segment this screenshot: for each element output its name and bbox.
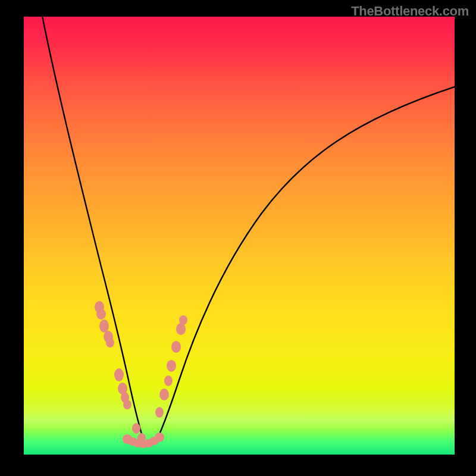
- svg-point-4: [106, 338, 114, 347]
- right-curve: [149, 87, 455, 445]
- svg-point-15: [171, 341, 181, 353]
- svg-point-14: [167, 360, 176, 372]
- svg-point-24: [155, 433, 164, 442]
- svg-point-12: [159, 389, 169, 400]
- left-curve: [42, 13, 149, 445]
- svg-point-9: [132, 423, 140, 434]
- svg-point-2: [99, 320, 109, 333]
- svg-point-5: [114, 368, 124, 381]
- svg-point-13: [164, 375, 173, 386]
- chart-svg: [24, 17, 455, 455]
- svg-point-8: [123, 400, 131, 409]
- svg-point-11: [155, 407, 164, 418]
- chart-frame: [24, 17, 455, 455]
- svg-point-17: [179, 315, 187, 325]
- svg-point-1: [96, 309, 106, 320]
- svg-point-16: [176, 323, 186, 335]
